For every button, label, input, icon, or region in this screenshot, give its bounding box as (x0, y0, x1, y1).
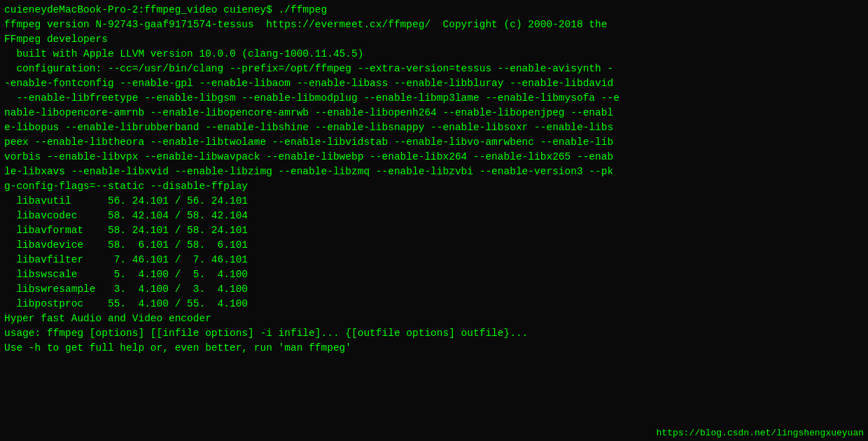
bottom-bar: https://blog.csdn.net/lingshengxueyuan (0, 425, 868, 441)
terminal-line-line8: nable-libopencore-amrnb --enable-libopen… (4, 106, 864, 120)
terminal-line-line23: usage: ffmpeg [options] [[infile options… (4, 326, 864, 341)
terminal-line-line12: le-libxavs --enable-libxvid --enable-lib… (4, 164, 864, 179)
terminal-line-line2: ffmpeg version N-92743-gaaf9171574-tessu… (4, 18, 864, 32)
terminal-line-line17: libavdevice 58. 6.101 / 58. 6.101 (4, 238, 864, 253)
terminal-line-line6: -enable-fontconfig --enable-gpl --enable… (4, 76, 864, 91)
terminal-line-line18: libavfilter 7. 46.101 / 7. 46.101 (4, 253, 864, 267)
terminal-window: cuieneydeMacBook-Pro-2:ffmpeg_video cuie… (0, 0, 868, 441)
terminal-line-line11: vorbis --enable-libvpx --enable-libwavpa… (4, 150, 864, 164)
terminal-line-line9: e-libopus --enable-librubberband --enabl… (4, 120, 864, 135)
terminal-line-line16: libavformat 58. 24.101 / 58. 24.101 (4, 223, 864, 238)
terminal-line-line13: g-config-flags=--static --disable-ffplay (4, 179, 864, 194)
terminal-line-line15: libavcodec 58. 42.104 / 58. 42.104 (4, 209, 864, 223)
terminal-line-line25: Use -h to get full help or, even better,… (4, 341, 864, 356)
terminal-line-line22: Hyper fast Audio and Video encoder (4, 312, 864, 326)
terminal-line-line21: libpostproc 55. 4.100 / 55. 4.100 (4, 297, 864, 312)
terminal-line-line14: libavutil 56. 24.101 / 56. 24.101 (4, 194, 864, 209)
terminal-line-line7: --enable-libfreetype --enable-libgsm --e… (4, 91, 864, 106)
url-label: https://blog.csdn.net/lingshengxueyuan (657, 428, 864, 438)
terminal-line-line1: cuieneydeMacBook-Pro-2:ffmpeg_video cuie… (4, 3, 864, 18)
terminal-output: cuieneydeMacBook-Pro-2:ffmpeg_video cuie… (4, 3, 864, 356)
terminal-line-line3: FFmpeg developers (4, 32, 864, 47)
terminal-line-line5: configuration: --cc=/usr/bin/clang --pre… (4, 62, 864, 76)
terminal-line-line4: built with Apple LLVM version 10.0.0 (cl… (4, 47, 864, 62)
terminal-line-line10: peex --enable-libtheora --enable-libtwol… (4, 135, 864, 150)
terminal-line-line19: libswscale 5. 4.100 / 5. 4.100 (4, 267, 864, 282)
terminal-line-line20: libswresample 3. 4.100 / 3. 4.100 (4, 282, 864, 297)
